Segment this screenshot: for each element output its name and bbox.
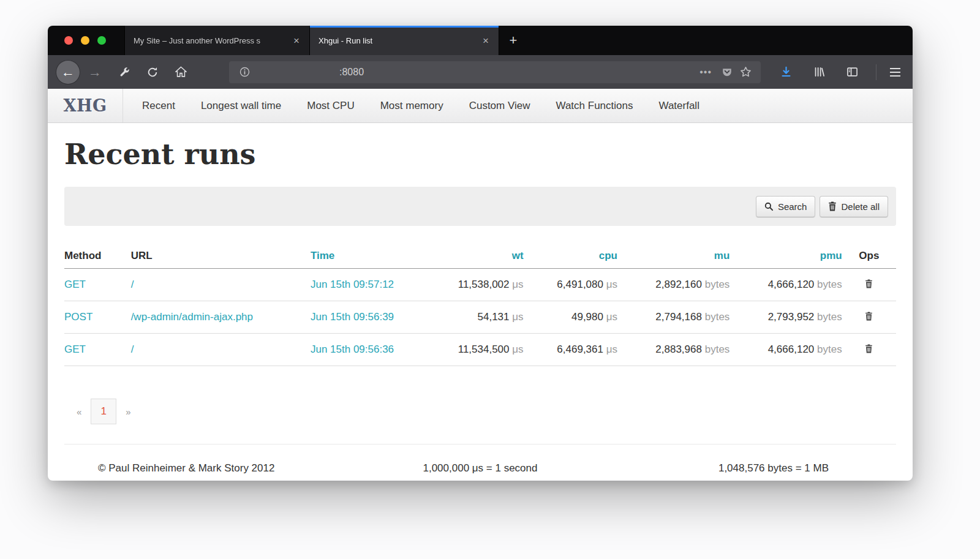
menu-icon[interactable] xyxy=(886,64,904,80)
page-content: Recent runs Search Delete all xyxy=(48,138,913,481)
current-page-button[interactable]: 1 xyxy=(91,399,116,424)
cpu-unit: μs xyxy=(606,343,617,355)
desktop-background: My Site – Just another WordPress s × Xhg… xyxy=(0,0,980,559)
run-url-link[interactable]: / xyxy=(131,279,134,290)
pmu-unit: bytes xyxy=(817,343,842,355)
nav-item-recent[interactable]: Recent xyxy=(129,100,188,112)
page-footer: © Paul Reinheimer & Mark Story 2012 1,00… xyxy=(64,444,896,481)
run-time-link[interactable]: Jun 15th 09:56:36 xyxy=(311,343,394,355)
toolbar-separator xyxy=(876,64,876,80)
url-host-redacted xyxy=(260,66,338,79)
wt-value: 54,131 xyxy=(478,311,510,323)
table-row: GET / Jun 15th 09:57:12 11,538,002 μs 6,… xyxy=(64,269,896,301)
xhgui-navbar: XHG Recent Longest wall time Most CPU Mo… xyxy=(48,89,913,123)
xhgui-nav-links: Recent Longest wall time Most CPU Most m… xyxy=(123,89,712,122)
nav-item-custom-view[interactable]: Custom View xyxy=(456,100,543,112)
search-button[interactable]: Search xyxy=(756,196,816,217)
col-header-cpu[interactable]: cpu xyxy=(524,244,617,269)
minimize-window-button[interactable] xyxy=(81,36,89,45)
close-window-button[interactable] xyxy=(64,36,73,45)
run-method-link[interactable]: GET xyxy=(64,279,86,290)
microseconds-note: 1,000,000 μs = 1 second xyxy=(342,462,619,475)
search-button-label: Search xyxy=(778,201,807,212)
prev-page-button[interactable]: « xyxy=(75,407,83,417)
mu-unit: bytes xyxy=(705,311,730,323)
new-tab-button[interactable]: + xyxy=(499,26,527,55)
library-icon[interactable] xyxy=(808,61,830,83)
delete-all-button-label: Delete all xyxy=(841,201,880,212)
tab-xhgui-run-list[interactable]: Xhgui - Run list × xyxy=(309,26,499,55)
cpu-value: 6,491,080 xyxy=(557,279,603,290)
mu-unit: bytes xyxy=(705,279,730,290)
wt-unit: μs xyxy=(512,343,523,355)
wt-unit: μs xyxy=(512,311,523,323)
delete-all-button[interactable]: Delete all xyxy=(820,196,888,217)
col-header-pmu[interactable]: pmu xyxy=(729,244,842,269)
cpu-unit: μs xyxy=(606,279,617,290)
back-button[interactable]: ← xyxy=(56,61,80,84)
site-info-icon[interactable] xyxy=(235,63,254,81)
pmu-value: 2,793,952 xyxy=(768,311,815,323)
nav-item-longest-wall-time[interactable]: Longest wall time xyxy=(188,100,294,112)
mu-value: 2,883,968 xyxy=(655,343,702,355)
col-header-ops: Ops xyxy=(842,244,896,269)
close-tab-icon[interactable]: × xyxy=(290,36,303,46)
page-tools-wrench-icon[interactable] xyxy=(113,61,135,83)
pmu-unit: bytes xyxy=(817,311,842,323)
tab-wordpress-site[interactable]: My Site – Just another WordPress s × xyxy=(124,26,309,55)
pmu-value: 4,666,120 xyxy=(768,279,815,290)
col-header-mu[interactable]: mu xyxy=(617,244,729,269)
table-row: POST /wp-admin/admin-ajax.php Jun 15th 0… xyxy=(64,301,896,334)
browser-toolbar: ← → :8080 ••• xyxy=(48,55,913,89)
nav-item-most-memory[interactable]: Most memory xyxy=(368,100,456,112)
delete-run-button[interactable] xyxy=(862,343,875,355)
toolbar-right-icons xyxy=(772,61,904,83)
page-actions-icon[interactable]: ••• xyxy=(693,67,718,78)
pocket-icon[interactable] xyxy=(718,63,736,81)
nav-item-watch-functions[interactable]: Watch Functions xyxy=(543,100,646,112)
mu-unit: bytes xyxy=(705,343,730,355)
nav-item-most-cpu[interactable]: Most CPU xyxy=(294,100,367,112)
pagination: « 1 » xyxy=(64,399,896,424)
reload-icon[interactable] xyxy=(141,61,164,83)
close-tab-icon[interactable]: × xyxy=(479,36,492,46)
pmu-value: 4,666,120 xyxy=(768,343,815,355)
delete-run-button[interactable] xyxy=(862,278,875,290)
bookmark-star-icon[interactable] xyxy=(736,63,755,81)
tab-title: My Site – Just another WordPress s xyxy=(134,36,290,45)
page-title: Recent runs xyxy=(64,138,896,171)
run-method-link[interactable]: GET xyxy=(64,343,86,355)
wt-value: 11,534,500 xyxy=(458,343,510,355)
forward-button[interactable]: → xyxy=(83,61,107,84)
run-url-link[interactable]: /wp-admin/admin-ajax.php xyxy=(131,311,253,323)
mu-value: 2,892,160 xyxy=(655,279,702,290)
col-header-time[interactable]: Time xyxy=(311,244,427,269)
address-bar[interactable]: :8080 ••• xyxy=(229,61,761,83)
mu-value: 2,794,168 xyxy=(655,311,702,323)
xhgui-logo[interactable]: XHG xyxy=(48,89,123,122)
run-time-link[interactable]: Jun 15th 09:57:12 xyxy=(311,279,394,290)
sidebar-icon[interactable] xyxy=(841,61,863,83)
col-header-wt[interactable]: wt xyxy=(427,244,524,269)
next-page-button[interactable]: » xyxy=(124,407,132,417)
tab-title: Xhgui - Run list xyxy=(318,36,479,45)
browser-window: My Site – Just another WordPress s × Xhg… xyxy=(48,26,913,481)
downloads-icon[interactable] xyxy=(775,61,797,83)
col-header-method: Method xyxy=(64,244,131,269)
cpu-value: 6,469,361 xyxy=(557,343,603,355)
table-row: GET / Jun 15th 09:56:36 11,534,500 μs 6,… xyxy=(64,334,896,366)
wt-unit: μs xyxy=(512,279,523,290)
search-icon xyxy=(764,202,774,211)
run-time-link[interactable]: Jun 15th 09:56:39 xyxy=(311,311,394,323)
zoom-window-button[interactable] xyxy=(97,36,106,45)
cpu-unit: μs xyxy=(606,311,617,323)
runs-table: Method URL Time wt cpu mu pmu Ops GET / xyxy=(64,244,896,366)
trash-icon xyxy=(828,201,837,211)
home-icon[interactable] xyxy=(170,61,192,83)
bytes-note: 1,048,576 bytes = 1 MB xyxy=(619,462,896,475)
run-url-link[interactable]: / xyxy=(131,343,134,355)
delete-run-button[interactable] xyxy=(862,310,875,322)
run-method-link[interactable]: POST xyxy=(64,311,92,323)
tab-bar: My Site – Just another WordPress s × Xhg… xyxy=(48,26,913,55)
nav-item-waterfall[interactable]: Waterfall xyxy=(646,100,712,112)
